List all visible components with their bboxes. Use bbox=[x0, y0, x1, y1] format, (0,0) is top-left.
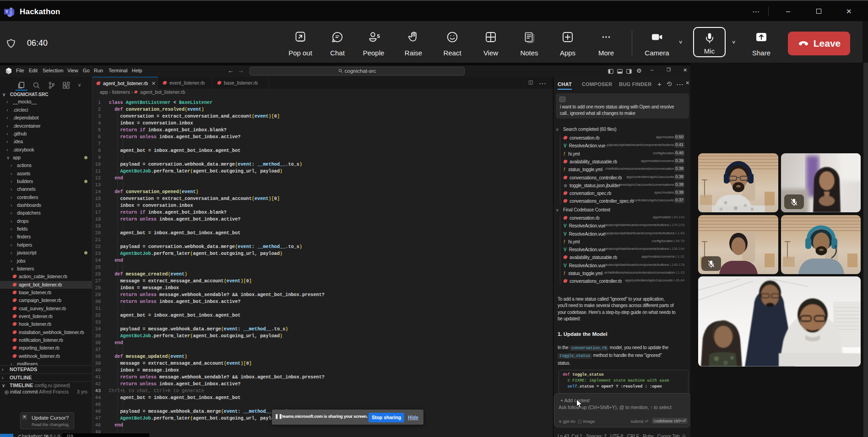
svg-text:5: 5 bbox=[377, 33, 380, 39]
svg-text:T: T bbox=[5, 10, 8, 14]
